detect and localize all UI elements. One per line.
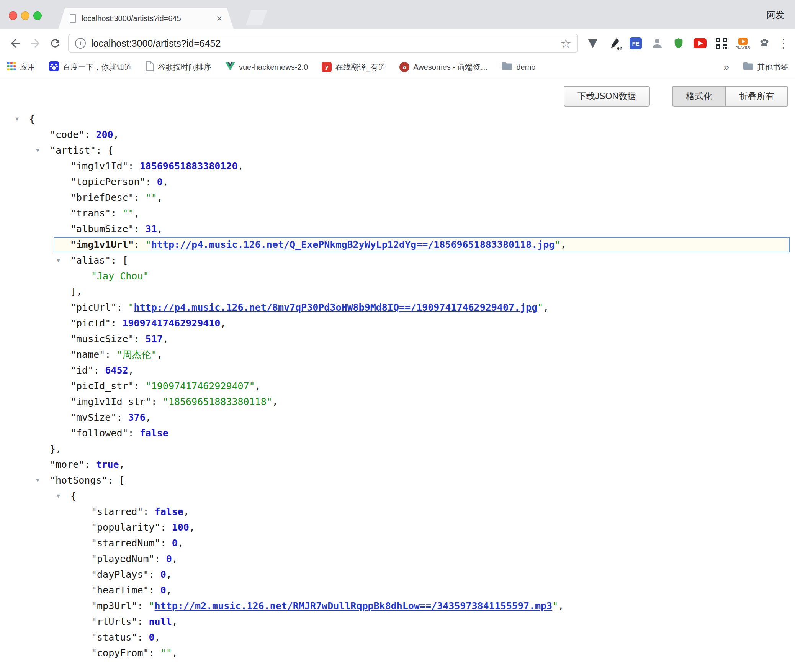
collapse-arrow-icon[interactable]: ▼ <box>36 472 39 488</box>
json-line: "followed": false <box>0 425 795 441</box>
json-line: "copyFrom": "", <box>0 645 795 661</box>
json-url-link[interactable]: http://p4.music.126.net/Q_ExePNkmgB2yWyL… <box>151 239 555 250</box>
shield-extension-icon[interactable] <box>672 36 685 50</box>
json-line: "img1v1Id": 18569651883380120, <box>0 158 795 174</box>
media-player-icon[interactable]: PLAYER <box>736 36 750 50</box>
json-line: ▼{ <box>0 111 795 127</box>
json-line: "img1v1Id_str": "18569651883380118", <box>0 394 795 410</box>
page-icon <box>70 14 76 23</box>
vimium-flag-icon[interactable] <box>586 36 600 50</box>
bookmark-item-demo[interactable]: demo <box>502 62 535 72</box>
user-silhouette-icon[interactable] <box>650 36 664 50</box>
bookmark-star-icon[interactable]: ☆ <box>560 37 571 49</box>
bookmark-label: 其他书签 <box>757 62 788 72</box>
download-json-button[interactable]: 下载JSON数据 <box>564 86 650 107</box>
pen-lang-badge: en <box>617 46 622 51</box>
json-line: "Jay Chou" <box>0 268 795 284</box>
json-line: "mvSize": 376, <box>0 410 795 425</box>
json-line: "picUrl": "http://p4.music.126.net/8mv7q… <box>0 300 795 315</box>
bookmark-item-youdao[interactable]: y 在线翻译_有道 <box>322 62 386 72</box>
json-line: "starredNum": 0, <box>0 535 795 551</box>
json-line: ▼{ <box>0 488 795 504</box>
json-line: ], <box>0 284 795 300</box>
json-line: ▼"hotSongs": [ <box>0 472 795 488</box>
doc-icon <box>146 61 154 73</box>
json-line: "rtUrls": null, <box>0 614 795 629</box>
json-line: "dayPlays": 0, <box>0 567 795 582</box>
json-line: }, <box>0 441 795 457</box>
bookmark-label: 应用 <box>20 62 35 72</box>
fe-extension-icon[interactable]: FE <box>629 36 643 50</box>
folder-icon <box>502 62 512 72</box>
collapse-arrow-icon[interactable]: ▼ <box>57 252 60 268</box>
bookmarks-bar: 应用 百度一下，你就知道 谷歌按时间排序 vue-hackernews-2.0 … <box>0 57 795 77</box>
bookmark-item-google-sort[interactable]: 谷歌按时间排序 <box>146 61 211 73</box>
apps-grid-icon <box>7 62 16 73</box>
back-button[interactable] <box>5 33 25 53</box>
youtube-icon[interactable] <box>693 36 707 50</box>
json-line: "mp3Url": "http://m2.music.126.net/RMJR7… <box>0 598 795 614</box>
close-window-button[interactable] <box>9 11 17 20</box>
json-line: "musicSize": 517, <box>0 331 795 347</box>
profile-name[interactable]: 阿发 <box>767 9 784 21</box>
awesomes-icon: A <box>399 62 409 72</box>
collapse-arrow-icon[interactable]: ▼ <box>36 143 39 158</box>
format-toggle-group: 格式化 折叠所有 <box>672 86 788 107</box>
json-line: "picId": 19097417462929410, <box>0 315 795 331</box>
bookmark-label: vue-hackernews-2.0 <box>239 63 308 72</box>
bookmark-item-awesomes[interactable]: A Awesomes - 前端资… <box>399 62 488 72</box>
baidu-icon <box>49 61 59 73</box>
bookmarks-overflow-chevron-icon[interactable]: » <box>724 61 729 73</box>
fe-badge: FE <box>630 37 642 49</box>
json-line: "trans": "", <box>0 205 795 221</box>
json-line: ▼"alias": [ <box>0 252 795 268</box>
reload-button[interactable] <box>45 33 65 53</box>
youdao-icon: y <box>322 62 332 72</box>
json-line: "topicPerson": 0, <box>0 174 795 190</box>
bookmark-label: 在线翻译_有道 <box>335 62 386 72</box>
page-content: 下载JSON数据 格式化 折叠所有 ▼{"code": 200,▼"artist… <box>0 77 795 672</box>
paw-icon[interactable] <box>757 36 771 50</box>
json-line: "playedNum": 0, <box>0 551 795 567</box>
json-tree: ▼{"code": 200,▼"artist": {"img1v1Id": 18… <box>0 111 795 661</box>
bookmark-label: demo <box>516 63 535 72</box>
maximize-window-button[interactable] <box>33 11 42 20</box>
address-bar[interactable]: i localhost:3000/artists?id=6452 ☆ <box>68 34 578 53</box>
folder-icon <box>743 62 754 72</box>
player-label: PLAYER <box>736 46 750 49</box>
bookmark-other-folder[interactable]: 其他书签 <box>743 62 788 72</box>
bookmark-label: 谷歌按时间排序 <box>158 62 211 72</box>
page-info-icon[interactable]: i <box>75 38 86 49</box>
tab-strip: localhost:3000/artists?id=645 × 阿发 <box>0 0 795 29</box>
json-line: "hearTime": 0, <box>0 582 795 598</box>
json-line: "code": 200, <box>0 127 795 143</box>
bookmark-item-baidu[interactable]: 百度一下，你就知道 <box>49 61 132 73</box>
json-line: "name": "周杰伦", <box>0 347 795 362</box>
browser-menu-icon[interactable]: ⋮ <box>777 36 790 51</box>
collapse-all-button[interactable]: 折叠所有 <box>726 86 788 107</box>
json-line: "picId_str": "19097417462929407", <box>0 378 795 394</box>
json-viewer-toolbar: 下载JSON数据 格式化 折叠所有 <box>564 86 788 107</box>
new-tab-button[interactable] <box>246 10 267 25</box>
json-line: "id": 6452, <box>0 362 795 378</box>
json-line: "starred": false, <box>0 504 795 520</box>
collapse-arrow-icon[interactable]: ▼ <box>15 111 19 127</box>
minimize-window-button[interactable] <box>21 11 29 20</box>
extension-icons: en FE PLAYER <box>586 36 771 50</box>
translate-pen-icon[interactable]: en <box>607 36 621 50</box>
forward-button[interactable] <box>25 33 45 53</box>
format-button[interactable]: 格式化 <box>672 86 726 107</box>
collapse-arrow-icon[interactable]: ▼ <box>57 488 60 504</box>
json-line: ▼"artist": { <box>0 143 795 158</box>
url-text[interactable]: localhost:3000/artists?id=6452 <box>91 38 555 49</box>
json-line: "more": true, <box>0 457 795 472</box>
browser-tab[interactable]: localhost:3000/artists?id=645 × <box>58 8 234 29</box>
tab-close-icon[interactable]: × <box>216 14 222 23</box>
bookmark-item-vue-hackernews[interactable]: vue-hackernews-2.0 <box>225 62 308 73</box>
json-url-link[interactable]: http://m2.music.126.net/RMJR7wDullRqppBk… <box>155 600 553 611</box>
json-line: "albumSize": 31, <box>0 221 795 237</box>
tab-title: localhost:3000/artists?id=645 <box>82 14 211 23</box>
json-url-link[interactable]: http://p4.music.126.net/8mv7qP30Pd3oHW8b… <box>134 302 538 313</box>
bookmark-item-apps[interactable]: 应用 <box>7 62 35 73</box>
qr-code-icon[interactable] <box>715 36 728 50</box>
